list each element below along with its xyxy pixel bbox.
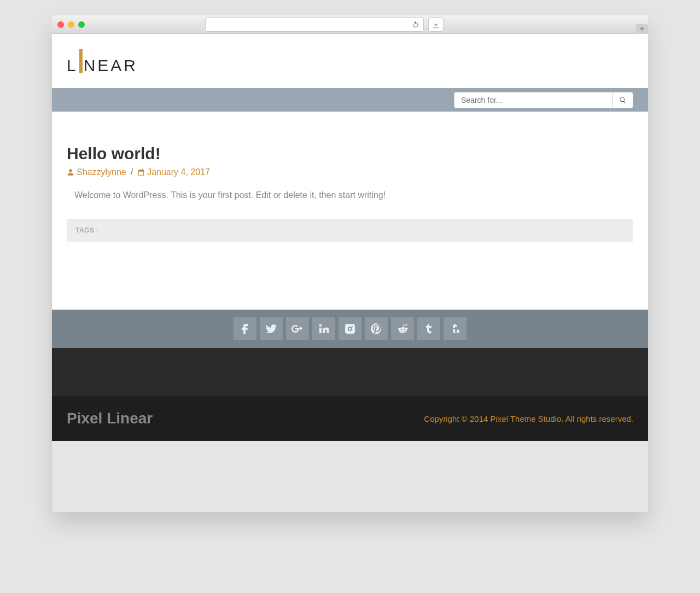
traffic-lights (57, 21, 85, 28)
logo-divider-bar (79, 49, 83, 73)
user-icon (67, 167, 74, 177)
footer-copyright: Copyright © 2014 Pixel Theme Studio. All… (424, 414, 633, 423)
logo-text-left: L (67, 56, 78, 75)
address-area (205, 18, 444, 32)
twitter-icon[interactable] (260, 317, 283, 340)
minimize-window-button[interactable] (68, 21, 74, 28)
reload-icon[interactable] (412, 20, 419, 29)
search-icon (619, 96, 627, 104)
search-button[interactable] (612, 92, 633, 108)
maximize-window-button[interactable] (78, 21, 85, 28)
stumbleupon-icon[interactable] (444, 317, 466, 340)
browser-titlebar: + (52, 15, 648, 34)
download-button[interactable] (428, 18, 444, 32)
site-header: L NEAR (52, 34, 648, 88)
site-footer: Pixel Linear Copyright © 2014 Pixel Them… (52, 396, 648, 441)
linkedin-icon[interactable] (312, 317, 335, 340)
reddit-icon[interactable] (391, 317, 414, 340)
address-input[interactable] (205, 18, 424, 32)
page: L NEAR Hello world! Shazzylynne (52, 34, 648, 512)
address-input-wrap (205, 18, 424, 32)
post-author-link[interactable]: Shazzylynne (77, 167, 126, 177)
googleplus-icon[interactable] (286, 317, 309, 340)
meta-separator: / (131, 167, 133, 177)
footer-widget-area (52, 348, 648, 396)
close-window-button[interactable] (57, 21, 64, 28)
new-tab-button[interactable]: + (636, 24, 648, 34)
tumblr-icon[interactable] (417, 317, 440, 340)
post-body: Welcome to WordPress. This is your first… (67, 190, 633, 200)
instagram-icon[interactable] (339, 317, 361, 340)
calendar-icon (137, 167, 145, 177)
site-logo[interactable]: L NEAR (67, 47, 633, 75)
logo-text-right: NEAR (84, 56, 138, 75)
post-meta: Shazzylynne / January 4, 2017 (67, 167, 633, 177)
pinterest-icon[interactable] (365, 317, 388, 340)
post-content: Hello world! Shazzylynne / January 4, 20… (52, 112, 648, 261)
browser-window: + L NEAR Hello world! (52, 15, 648, 512)
post-title: Hello world! (67, 144, 633, 163)
post-date-link[interactable]: January 4, 2017 (147, 167, 210, 177)
search-input[interactable] (454, 92, 612, 108)
social-bar (52, 310, 648, 348)
tags-box: TAGS : (67, 219, 633, 242)
viewport: + L NEAR Hello world! (0, 0, 700, 593)
search-group (454, 92, 633, 108)
facebook-icon[interactable] (234, 317, 256, 340)
navbar (52, 88, 648, 112)
content-gap (52, 261, 648, 310)
footer-brand: Pixel Linear (67, 410, 153, 427)
